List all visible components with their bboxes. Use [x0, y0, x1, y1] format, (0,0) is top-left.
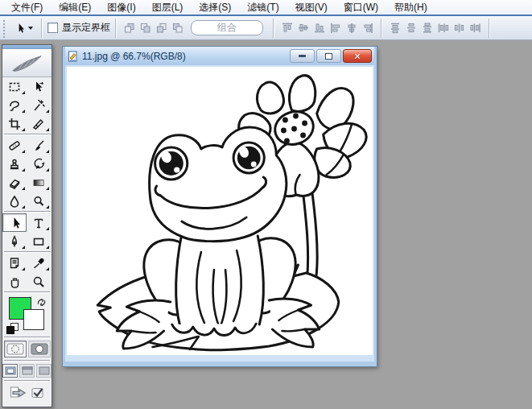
menu-view[interactable]: 视图(V)	[287, 0, 336, 15]
separator	[489, 19, 490, 38]
toolbox-palette	[2, 44, 52, 407]
fullscreen-button[interactable]	[36, 364, 52, 378]
quick-mask-mode-button[interactable]	[28, 341, 51, 357]
check-icon[interactable]	[31, 387, 44, 402]
separator	[41, 19, 43, 38]
gradient-tool[interactable]	[27, 173, 51, 192]
distribute-horizontal-center-icon[interactable]	[452, 22, 467, 35]
align-bottom-icon[interactable]	[312, 22, 327, 35]
color-swatch-area	[2, 294, 52, 336]
jump-to-imageready-icon[interactable]	[10, 386, 27, 403]
screen-mode-buttons	[2, 362, 52, 379]
distribute-vertical-center-icon[interactable]	[404, 22, 419, 35]
align-right-icon[interactable]	[361, 22, 375, 35]
eyedropper-tool[interactable]	[27, 254, 51, 272]
eraser-tool[interactable]	[2, 173, 27, 192]
photoshop-feather-logo	[2, 49, 52, 77]
menu-edit[interactable]: 编辑(E)	[51, 0, 99, 15]
zoom-tool[interactable]	[27, 272, 51, 291]
photoshop-window: 文件(F) 编辑(E) 图像(I) 图层(L) 选择(S) 滤镜(T) 视图(V…	[0, 0, 532, 409]
document-window: 11.jpg @ 66.7%(RGB/8) ✕	[63, 47, 377, 366]
clone-stamp-tool[interactable]	[2, 155, 27, 173]
separator	[273, 19, 274, 38]
current-tool-preset[interactable]	[10, 22, 36, 35]
hand-tool[interactable]	[2, 272, 27, 291]
distribute-bottom-icon[interactable]	[420, 22, 435, 35]
edit-mode-buttons	[2, 339, 52, 359]
pen-tool[interactable]	[2, 232, 27, 250]
separator	[115, 19, 117, 38]
menu-filter[interactable]: 滤镜(T)	[239, 0, 287, 15]
marquee-tool[interactable]	[2, 77, 27, 96]
show-bounding-box-checkbox[interactable]	[47, 23, 58, 33]
standard-screen-mode-button[interactable]	[2, 364, 18, 378]
standard-mode-button[interactable]	[4, 341, 27, 357]
type-tool[interactable]	[27, 213, 51, 232]
path-selection-arrow-icon	[14, 22, 26, 35]
healing-brush-tool[interactable]	[2, 136, 27, 155]
align-vertical-center-icon[interactable]	[296, 22, 311, 35]
window-controls: ✕	[290, 49, 372, 63]
menu-bar: 文件(F) 编辑(E) 图像(I) 图层(L) 选择(S) 滤镜(T) 视图(V…	[0, 0, 532, 14]
history-brush-tool[interactable]	[27, 155, 51, 173]
background-color-swatch[interactable]	[23, 309, 44, 330]
options-bar-gripper[interactable]	[2, 19, 6, 38]
bring-forward-icon[interactable]	[138, 22, 153, 35]
document-content	[65, 65, 374, 361]
menu-help[interactable]: 帮助(H)	[386, 0, 435, 15]
path-selection-tool[interactable]	[2, 213, 27, 232]
align-horizontal-center-icon[interactable]	[344, 22, 359, 35]
menu-select[interactable]: 选择(S)	[191, 0, 239, 15]
close-icon: ✕	[353, 52, 361, 60]
magic-wand-tool[interactable]	[27, 96, 51, 114]
document-file-icon	[68, 51, 79, 62]
tool-grid	[2, 77, 52, 291]
brush-tool[interactable]	[27, 136, 51, 155]
crop-tool[interactable]	[2, 114, 27, 133]
document-title-bar[interactable]: 11.jpg @ 66.7%(RGB/8) ✕	[65, 47, 374, 65]
distribute-right-icon[interactable]	[468, 22, 483, 35]
menu-image[interactable]: 图像(I)	[99, 0, 143, 15]
canvas-drawing	[67, 67, 373, 355]
close-button[interactable]: ✕	[343, 49, 372, 63]
separator	[381, 19, 382, 38]
distribute-top-icon[interactable]	[388, 22, 402, 35]
menu-file[interactable]: 文件(F)	[3, 0, 51, 15]
lasso-tool[interactable]	[2, 96, 27, 114]
document-title: 11.jpg @ 66.7%(RGB/8)	[82, 51, 186, 62]
distribute-left-icon[interactable]	[436, 22, 451, 35]
group-button[interactable]: 组合	[191, 20, 263, 35]
swap-colors-icon[interactable]	[36, 295, 47, 310]
shape-tool[interactable]	[27, 232, 51, 250]
bring-to-front-icon[interactable]	[122, 22, 137, 35]
options-bar: 显示定界框 组合	[0, 16, 532, 40]
slice-tool[interactable]	[27, 114, 51, 133]
menu-window[interactable]: 窗口(W)	[336, 0, 386, 15]
show-bounding-box-label: 显示定界框	[62, 21, 110, 35]
dodge-tool[interactable]	[27, 192, 51, 210]
send-to-back-icon[interactable]	[171, 22, 185, 35]
notes-tool[interactable]	[2, 254, 27, 272]
menu-layer[interactable]: 图层(L)	[144, 0, 192, 15]
minimize-icon	[299, 55, 306, 57]
fullscreen-with-menu-button[interactable]	[19, 364, 35, 378]
minimize-button[interactable]	[290, 49, 315, 63]
canvas[interactable]	[67, 67, 373, 355]
chevron-down-icon	[28, 27, 33, 30]
send-backward-icon[interactable]	[155, 22, 169, 35]
align-top-icon[interactable]	[280, 22, 295, 35]
move-tool[interactable]	[27, 77, 51, 96]
blur-tool[interactable]	[2, 192, 27, 210]
restore-icon	[325, 53, 332, 60]
toolbox-bottom	[2, 382, 52, 406]
align-left-icon[interactable]	[328, 22, 343, 35]
restore-button[interactable]	[316, 49, 341, 63]
default-colors-icon[interactable]	[6, 323, 18, 334]
